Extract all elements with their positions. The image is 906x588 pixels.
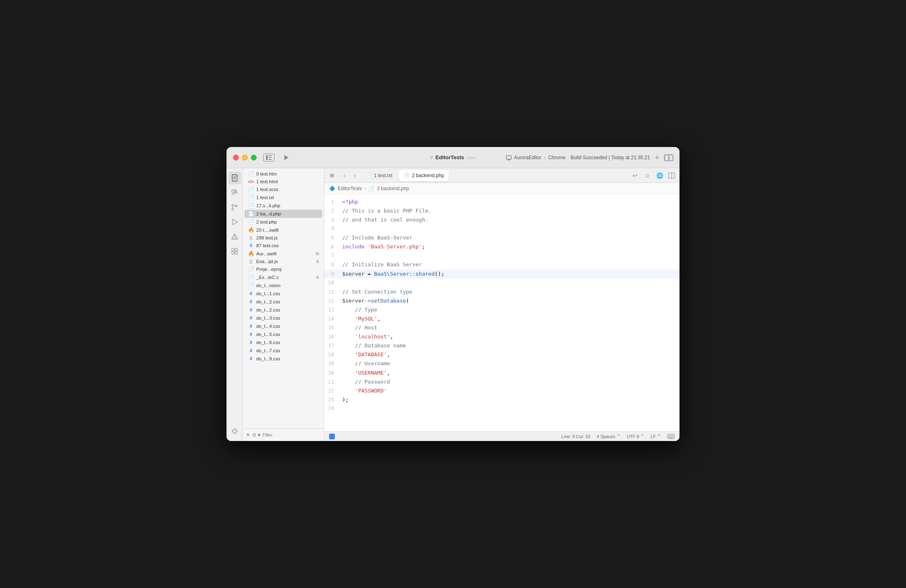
filter-input[interactable] <box>263 432 321 437</box>
line-num: 13 <box>324 306 341 314</box>
activity-search-icon[interactable] <box>228 186 241 199</box>
line-ending-setting[interactable]: LF ⌃ <box>651 434 661 439</box>
sidebar-item[interactable]: 📄 17 s...ll.php <box>244 202 322 210</box>
code-line-1: 1 <?php <box>324 197 680 206</box>
line-content: 'localhost', <box>341 332 393 341</box>
sidebar-item[interactable]: # 87 test.css <box>244 241 322 250</box>
sidebar-item[interactable]: 📄 2 test.php <box>244 218 322 226</box>
main-content: 📄 0 test.htm </> 1 test.html 📄 1 test.sc… <box>226 168 680 441</box>
sidebar-item[interactable]: </> 1 test.html <box>244 178 322 185</box>
keyboard-icon[interactable] <box>667 434 675 439</box>
line-content: // Username <box>341 359 390 368</box>
sidebar-item[interactable]: {} Exa...ipt.js A <box>244 258 322 265</box>
svg-rect-26 <box>232 248 234 251</box>
sidebar-item[interactable]: # do_t...7.css <box>244 347 322 355</box>
sidebar-item[interactable]: # do_t...2.css <box>244 306 322 314</box>
source-control-icon[interactable]: ⊙ ▾ <box>252 432 260 438</box>
svg-rect-5 <box>506 156 511 159</box>
globe-button[interactable]: 🌐 <box>655 171 664 180</box>
sidebar: 📄 0 test.htm </> 1 test.html 📄 1 test.sc… <box>243 168 324 441</box>
line-content: 'DATABASE', <box>341 350 390 359</box>
sidebar-item[interactable]: # do_t...4.css <box>244 322 322 330</box>
file-icon: # <box>248 243 254 248</box>
sidebar-item[interactable]: # do_t...9.css <box>244 355 322 363</box>
sidebar-item[interactable]: 📄 1 test.txt <box>244 193 322 202</box>
encoding-setting[interactable]: UTF 8 ⌃ <box>627 434 644 439</box>
sidebar-item[interactable]: 📄 0 test.htm <box>244 170 322 178</box>
sidebar-item[interactable]: 🔥 20 t....swift <box>244 226 322 234</box>
line-content: <?php <box>341 197 358 206</box>
add-file-button[interactable]: + <box>246 431 250 439</box>
activity-debug-icon[interactable] <box>228 425 241 438</box>
close-button[interactable] <box>233 155 239 160</box>
split-editor-button[interactable] <box>667 171 676 180</box>
svg-rect-1 <box>268 155 272 156</box>
cursor-position[interactable]: Line: 9 Col: 33 <box>561 434 590 439</box>
file-icon: # <box>248 307 254 313</box>
run-button[interactable] <box>281 153 291 162</box>
file-icon: 📄 <box>248 266 254 272</box>
line-content: $server = BaaS\Server::shared(); <box>341 270 444 279</box>
scheme-selector[interactable]: AuroraEditor › Chrome <box>506 154 566 161</box>
tab-actions: ↩ ☺ 🌐 <box>631 171 676 180</box>
sidebar-item[interactable]: # do_t...6.css <box>244 338 322 347</box>
code-line-4: 4 <box>324 224 680 233</box>
activity-warning-icon[interactable] <box>228 230 241 243</box>
line-num: 9 <box>324 270 341 278</box>
code-editor[interactable]: 1 <?php 2 // This is a basic PHP File. 3… <box>324 194 680 431</box>
sidebar-item[interactable]: 📄 do_t...nsion <box>244 281 322 290</box>
svg-rect-48 <box>669 437 673 438</box>
sidebar-item[interactable]: 🔥 Aur...swift M <box>244 250 322 258</box>
layout-toggle-button[interactable] <box>664 154 673 161</box>
line-ending-label: LF <box>651 434 656 439</box>
tab-2[interactable]: 📄 2 backend.php <box>399 170 449 181</box>
indent-setting[interactable]: 4 Spaces ⌃ <box>597 434 620 439</box>
sidebar-item[interactable]: # do_t...5.css <box>244 330 322 338</box>
activity-files-icon[interactable] <box>228 171 241 184</box>
breadcrumb-file[interactable]: 2 backend.php <box>377 186 409 191</box>
code-line-5: 5 // Include BaaS-Server <box>324 233 680 242</box>
svg-marker-4 <box>284 155 288 160</box>
code-line-17: 17 // Database name <box>324 341 680 350</box>
tab-1[interactable]: 📄 1 test.txt <box>361 170 397 181</box>
sidebar-item[interactable]: 📄 1 test.scss <box>244 185 322 193</box>
line-num: 19 <box>324 360 341 368</box>
undo-button[interactable]: ↩ <box>631 171 640 180</box>
emoji-button[interactable]: ☺ <box>643 171 652 180</box>
code-line-12: 12 $server->setDatabase( <box>324 296 680 305</box>
build-status-label: Build Succeeded | Today at 21:35:21 <box>570 155 650 160</box>
sidebar-item-active[interactable]: 📄 2 ba...d.php <box>244 210 322 218</box>
tab-grid-button[interactable]: ⊞ <box>328 171 336 180</box>
tab-next-button[interactable]: › <box>350 171 359 180</box>
breadcrumb-project[interactable]: EditorTests <box>338 186 362 191</box>
maximize-button[interactable] <box>251 155 257 160</box>
sidebar-item[interactable]: # do_t...2.css <box>244 298 322 306</box>
sidebar-item[interactable]: 📄 Proje...eproj <box>244 265 322 273</box>
line-num: 4 <box>324 224 341 233</box>
line-num: 22 <box>324 387 341 395</box>
line-num: 7 <box>324 251 341 259</box>
activity-git-icon[interactable] <box>228 201 241 214</box>
activity-extensions-icon[interactable] <box>228 245 241 258</box>
svg-rect-27 <box>235 248 237 251</box>
svg-marker-23 <box>233 219 237 225</box>
sidebar-item[interactable]: {} 298 test.js <box>244 234 322 241</box>
sidebar-toggle-button[interactable] <box>263 154 275 162</box>
file-name: do_t...9.css <box>256 356 319 361</box>
sidebar-item[interactable]: 📄 _Ex...leC.c A <box>244 273 322 281</box>
svg-rect-0 <box>266 155 268 160</box>
svg-rect-46 <box>672 436 673 437</box>
scheme-name2: Chrome <box>548 155 566 160</box>
tab-prev-button[interactable]: ‹ <box>340 171 349 180</box>
add-tab-button[interactable]: + <box>655 154 659 161</box>
spaces-label: 4 Spaces <box>597 434 616 439</box>
line-num: 8 <box>324 261 341 269</box>
sidebar-item[interactable]: # do_t...1.css <box>244 290 322 298</box>
minimize-button[interactable] <box>242 155 248 160</box>
line-num: 20 <box>324 369 341 377</box>
sidebar-item[interactable]: # do_t...3.css <box>244 314 322 322</box>
tab-1-icon: 📄 <box>366 173 372 178</box>
code-line-8: 8 // Initialize BaaS Server <box>324 260 680 269</box>
file-name: 1 test.html <box>256 179 319 184</box>
activity-run-icon[interactable] <box>228 215 241 228</box>
